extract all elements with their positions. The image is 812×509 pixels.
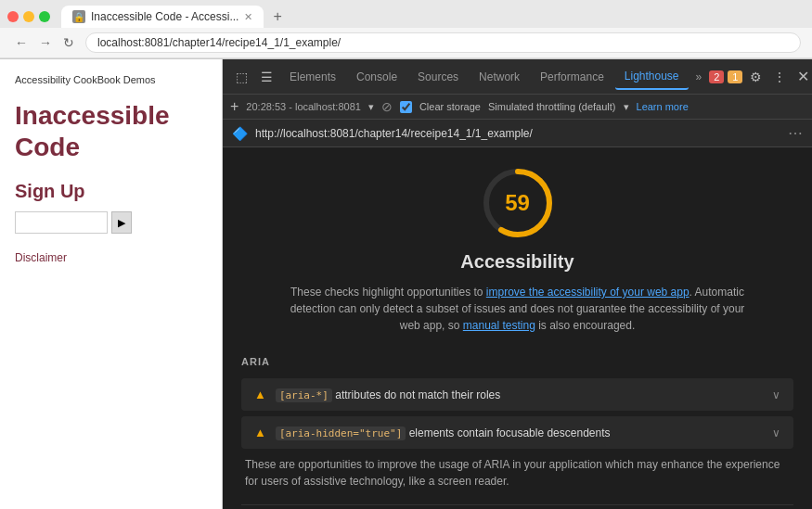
more-tabs-button[interactable]: » xyxy=(690,67,708,87)
devtools-settings-button[interactable]: ⚙ xyxy=(746,66,766,88)
desc-part1: These checks highlight opportunities to xyxy=(290,286,486,299)
tab-title: Inaccessible Code - Accessi... xyxy=(91,10,238,23)
devtools-inspect-icon[interactable]: ☰ xyxy=(255,66,278,88)
tab-console[interactable]: Console xyxy=(347,65,406,89)
tab-elements[interactable]: Elements xyxy=(280,65,345,89)
manual-testing-link[interactable]: manual testing xyxy=(463,319,535,332)
devtools-panel: ⬚ ☰ Elements Console Sources Network Per… xyxy=(223,59,812,509)
devtools-close-button[interactable]: ✕ xyxy=(793,64,812,89)
tab-bar: 🔒 Inaccessible Code - Accessi... ✕ + xyxy=(0,0,812,28)
lighthouse-icon: 🔷 xyxy=(232,126,248,141)
refresh-button[interactable]: ↻ xyxy=(59,33,78,52)
clear-button[interactable]: ⊘ xyxy=(381,99,393,114)
sign-up-form: ▶ xyxy=(15,211,207,234)
time-display: 20:28:53 - localhost:8081 xyxy=(246,101,361,112)
tab-close-button[interactable]: ✕ xyxy=(244,11,252,23)
devtools-subtoolbar: + 20:28:53 - localhost:8081 ▾ ⊘ Clear st… xyxy=(223,95,812,120)
active-tab[interactable]: 🔒 Inaccessible Code - Accessi... ✕ xyxy=(61,6,264,28)
lighthouse-content: 59 Accessibility These checks highlight … xyxy=(223,147,812,509)
minimize-traffic-light[interactable] xyxy=(23,11,34,22)
devtools-cursor-icon[interactable]: ⬚ xyxy=(230,66,253,88)
tab-favicon: 🔒 xyxy=(72,10,85,23)
desc-part3: is also encouraged. xyxy=(535,319,635,332)
accessibility-description: These checks highlight opportunities to … xyxy=(286,284,750,334)
devtools-url-bar: 🔷 http://localhost:8081/chapter14/receip… xyxy=(223,120,812,147)
forward-button[interactable]: → xyxy=(35,33,56,52)
aria-section: ARIA ▲ [aria-*] attributes do not match … xyxy=(241,356,793,490)
page-heading: Inaccessible Code xyxy=(15,100,207,162)
learn-more-link[interactable]: Learn more xyxy=(637,101,689,112)
disclaimer-link[interactable]: Disclaimer xyxy=(15,251,67,264)
audit-warning-icon-2: ▲ xyxy=(254,426,266,439)
traffic-lights xyxy=(7,11,50,22)
site-title: Accessibility CookBook Demos xyxy=(15,74,207,85)
web-page-panel: Accessibility CookBook Demos Inaccessibl… xyxy=(0,59,223,509)
audit-chevron-1: ∨ xyxy=(772,388,780,401)
sign-up-heading: Sign Up xyxy=(15,181,207,202)
audit-chevron-2: ∨ xyxy=(772,426,780,439)
url-more-button[interactable]: ⋯ xyxy=(788,124,803,142)
sign-up-button[interactable]: ▶ xyxy=(111,211,132,234)
accessibility-title: Accessibility xyxy=(241,251,793,273)
tab-performance[interactable]: Performance xyxy=(531,65,613,89)
tab-network[interactable]: Network xyxy=(470,65,529,89)
add-panel-button[interactable]: + xyxy=(230,98,238,115)
audit-text-label-2: elements contain focusable descendents xyxy=(409,426,611,439)
audit-item-aria-2[interactable]: ▲ [aria-hidden="true"] elements contain … xyxy=(241,416,793,449)
main-area: Accessibility CookBook Demos Inaccessibl… xyxy=(0,59,812,509)
nav-buttons: ← → ↻ xyxy=(11,33,78,52)
aria-description: These are opportunities to improve the u… xyxy=(241,456,793,490)
aria-section-label: ARIA xyxy=(241,356,793,371)
devtools-url-text: http://localhost:8081/chapter14/receipe1… xyxy=(255,127,780,140)
devtools-more-button[interactable]: ⋮ xyxy=(769,66,790,88)
score-number: 59 xyxy=(505,190,530,216)
improve-link[interactable]: improve the accessibility of your web ap… xyxy=(486,286,690,299)
clear-storage-checkbox[interactable] xyxy=(400,101,412,113)
tab-lighthouse[interactable]: Lighthouse xyxy=(615,64,689,90)
clear-storage-label: Clear storage xyxy=(419,101,481,112)
maximize-traffic-light[interactable] xyxy=(39,11,50,22)
audit-item-aria-1[interactable]: ▲ [aria-*] attributes do not match their… xyxy=(241,378,793,411)
new-tab-button[interactable]: + xyxy=(267,6,287,27)
sign-up-input[interactable] xyxy=(15,211,108,234)
browser-chrome: 🔒 Inaccessible Code - Accessi... ✕ + ← →… xyxy=(0,0,812,59)
audit-text-label-1: attributes do not match their roles xyxy=(335,388,500,401)
score-circle-container: 59 xyxy=(241,166,793,240)
devtools-toolbar: ⬚ ☰ Elements Console Sources Network Per… xyxy=(223,59,812,95)
audit-warning-icon-1: ▲ xyxy=(254,388,266,401)
warn-badge: 1 xyxy=(728,70,742,83)
score-circle: 59 xyxy=(481,166,555,240)
tab-sources[interactable]: Sources xyxy=(408,65,468,89)
audit-code-2: [aria-hidden="true"] xyxy=(276,426,406,440)
url-input[interactable] xyxy=(85,32,801,53)
dropdown-arrow: ▾ xyxy=(368,101,374,113)
audit-text-1: [aria-*] attributes do not match their r… xyxy=(276,388,763,401)
audit-code-1: [aria-*] xyxy=(276,388,332,402)
error-badge: 2 xyxy=(709,70,724,83)
back-button[interactable]: ← xyxy=(11,33,32,52)
address-bar: ← → ↻ xyxy=(0,28,812,58)
throttle-arrow: ▾ xyxy=(624,101,629,113)
throttling-label: Simulated throttling (default) xyxy=(488,101,616,112)
audit-text-2: [aria-hidden="true"] elements contain fo… xyxy=(276,426,763,439)
close-traffic-light[interactable] xyxy=(7,11,19,22)
devtools-right-controls: 2 1 ⚙ ⋮ ✕ xyxy=(709,64,812,89)
names-labels-section: NAMES AND LABELS xyxy=(241,504,793,509)
